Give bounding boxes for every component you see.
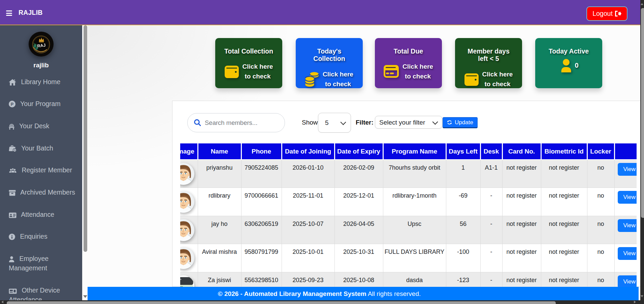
svg-text:P: P [11, 102, 13, 107]
